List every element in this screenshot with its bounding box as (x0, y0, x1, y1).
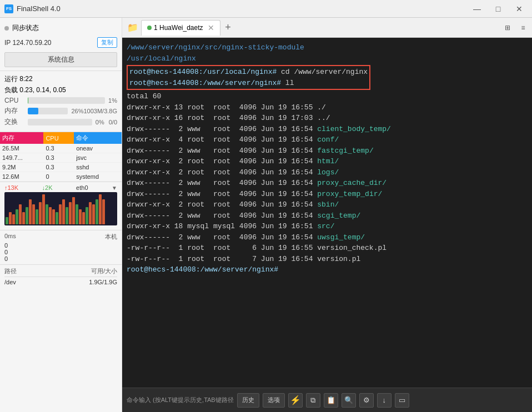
term-line: drwx------ 2 www root 4096 Jun 19 16:54 … (127, 124, 528, 135)
cpu-bar (28, 97, 28, 104)
chart-bar (49, 207, 52, 225)
chart-bar (56, 212, 58, 225)
sync-status-dot (4, 26, 9, 31)
chart-bars (4, 192, 117, 225)
term-line: drwxr-xr-x 13 root root 4096 Jun 19 16:5… (127, 102, 528, 113)
term-line: drwxr-xr-x 2 root root 4096 Jun 19 16:54… (127, 199, 528, 210)
cmd-hint: 命令输入 (按ALT键提示历史,TAB键路径 (127, 396, 234, 404)
disk-path-header: 路径 (4, 267, 17, 275)
grid-view-button[interactable]: ⊞ (501, 21, 514, 34)
swap-row: 交换 0% 0/0 (4, 117, 117, 127)
term-line: drwxr-xr-x 2 root root 4096 Jun 19 16:54… (127, 156, 528, 167)
mem-detail: 1003M/3.8G (83, 108, 117, 114)
swap-label: 交换 (4, 117, 24, 127)
chart-bar (32, 204, 35, 224)
chart-bar (6, 217, 8, 225)
term-line: -rw-r--r-- 1 root root 6 Jun 19 16:55 ve… (127, 243, 528, 254)
chart-bar (22, 212, 25, 225)
cpu-value: 1% (108, 97, 117, 104)
term-line: total 60 (127, 91, 528, 102)
disk-avail-header: 可用/大小 (91, 267, 117, 275)
proc-cpu: 0.3 (43, 144, 74, 153)
sysinfo-button[interactable]: 系统信息 (4, 52, 117, 67)
process-row: 26.5M0.3oneav (0, 144, 122, 153)
latency-header: 0ms 本机 (4, 233, 117, 241)
chart-bar (26, 207, 28, 225)
view-toggle-buttons: ⊞ ≡ (501, 21, 530, 34)
terminal[interactable]: /www/server/nginx/src/nginx-sticky-modul… (122, 38, 532, 388)
folder-icon-button[interactable]: 📁 (124, 19, 141, 36)
tab-status-dot (147, 26, 152, 30)
terminal-icon-button[interactable]: ▭ (395, 393, 409, 408)
settings-icon-button[interactable]: ⚙ (359, 393, 374, 408)
chart-bar (12, 214, 15, 224)
latency-section: 0ms 本机 0 0 0 (0, 230, 122, 264)
proc-cmd: jsvc (74, 153, 122, 163)
minimize-button[interactable]: — (469, 3, 485, 15)
proc-cpu: 0.3 (43, 153, 74, 163)
chart-bar (19, 204, 22, 224)
network-chart (4, 192, 117, 225)
copy-ip-button[interactable]: 复制 (97, 37, 117, 48)
disk-header: 路径 可用/大小 (4, 267, 117, 277)
close-button[interactable]: ✕ (511, 3, 528, 15)
ip-row: IP 124.70.59.20 复制 (4, 35, 117, 50)
process-row: 149.7...0.3jsvc (0, 153, 122, 163)
process-section: 内存 CPU 命令 26.5M0.3oneav149.7...0.3jsvc9.… (0, 132, 122, 182)
chart-bar (89, 202, 92, 225)
command-bar: 命令输入 (按ALT键提示历史,TAB键路径 历史 选项 ⚡ ⧉ 📋 🔍 ⚙ ↓… (122, 388, 532, 412)
chart-bar (29, 199, 32, 224)
chart-bar (62, 199, 65, 224)
chart-bar (86, 207, 88, 225)
col-mem: 内存 (0, 132, 43, 144)
proc-mem: 26.5M (0, 144, 43, 153)
app-icon: FS (4, 4, 13, 13)
tab-close-button[interactable]: ✕ (208, 23, 214, 32)
term-line: /www/server/nginx/src/nginx-sticky-modul… (127, 42, 528, 53)
lightning-icon-button[interactable]: ⚡ (288, 393, 303, 408)
process-row: 12.6M0systemd (0, 172, 122, 182)
right-panel: 📁 1 HuaWei_daetz ✕ + ⊞ ≡ /www/server/ngi… (122, 18, 532, 412)
disk-avail: 1.9G/1.9G (89, 279, 117, 285)
add-tab-button[interactable]: + (222, 21, 235, 34)
chart-bar (69, 202, 72, 225)
process-table: 内存 CPU 命令 26.5M0.3oneav149.7...0.3jsvc9.… (0, 132, 122, 182)
cpu-label: CPU (4, 97, 24, 104)
cmd-highlight-box: root@hecs-144008:/usr/local/nginx# cd /w… (127, 65, 370, 90)
term-line: drwxr-xr-x 2 root root 4096 Jun 19 16:54… (127, 167, 528, 178)
options-button[interactable]: 选项 (263, 393, 285, 408)
process-row: 9.2M0.3sshd (0, 163, 122, 172)
term-line: drwx------ 2 www root 4096 Jun 19 16:54 … (127, 145, 528, 157)
download-icon-button[interactable]: ↓ (377, 393, 392, 408)
history-button[interactable]: 历史 (237, 393, 259, 408)
latency-ms: 0ms (4, 233, 16, 241)
search-icon-button[interactable]: 🔍 (342, 393, 356, 408)
paste-icon-button[interactable]: 📋 (324, 393, 338, 408)
proc-mem: 9.2M (0, 163, 43, 172)
net-stats-row: ↑13K ↓2K eth0 ▼ (4, 184, 117, 191)
ip-label: IP 124.70.59.20 (4, 39, 52, 47)
network-section: ↑13K ↓2K eth0 ▼ (0, 182, 122, 230)
term-line: drwx------ 2 www root 4096 Jun 19 16:54 … (127, 178, 528, 189)
stats-section: 运行 8:22 负载 0.23, 0.14, 0.05 CPU 1% 内存 26… (0, 71, 122, 132)
col-cpu: CPU (43, 132, 74, 144)
proc-cpu: 0.3 (43, 163, 74, 172)
tab-huawei[interactable]: 1 HuaWei_daetz ✕ (141, 20, 220, 36)
net-iface: eth0 (76, 184, 88, 191)
chart-bar (66, 207, 68, 225)
sidebar-header: 同步状态 IP 124.70.59.20 复制 系统信息 (0, 18, 122, 71)
maximize-button[interactable]: □ (490, 3, 506, 15)
chart-bar (36, 209, 38, 224)
runtime-row: 运行 8:22 (4, 74, 117, 84)
latency-values: 0 0 0 (4, 242, 117, 262)
swap-pct: 0% (96, 119, 104, 125)
net-dropdown-icon[interactable]: ▼ (112, 185, 117, 191)
net-up-value: ↑13K (4, 184, 18, 191)
chart-bar (16, 209, 18, 224)
copy-icon-button[interactable]: ⧉ (306, 393, 320, 408)
sidebar: 同步状态 IP 124.70.59.20 复制 系统信息 运行 8:22 负载 … (0, 18, 122, 412)
runtime-label: 运行 8:22 (4, 74, 33, 84)
sync-label: 同步状态 (12, 23, 39, 33)
list-view-button[interactable]: ≡ (516, 21, 530, 34)
term-line: drwx------ 2 www root 4096 Jun 19 16:54 … (127, 210, 528, 222)
